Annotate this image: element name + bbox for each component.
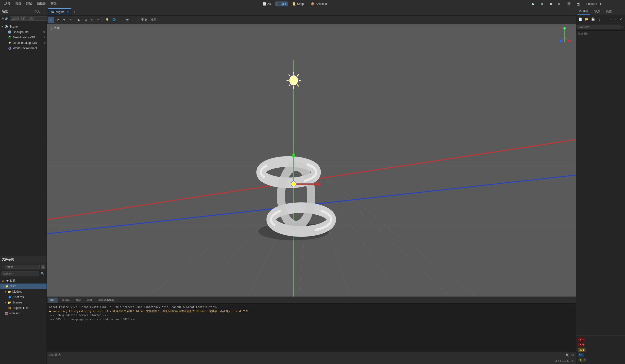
vp-transform-mode-btn[interactable]: ⊞ (76, 17, 82, 23)
console-tab-output[interactable]: 输出 (48, 298, 58, 303)
mode-2d-icon: ⬜ (263, 2, 266, 6)
tree-eye-background[interactable]: 👁 (43, 30, 46, 33)
filesystem-panel: 文件系统 ⋮ ‹ › res:// ⊞ 🔍 ⊡ ★ ★ 收藏： (0, 256, 47, 364)
viewport-menu-icon[interactable]: ⋮ (50, 27, 53, 30)
camera-button[interactable]: 📷 (575, 1, 582, 6)
vp-rotate-btn[interactable]: ↺ (61, 17, 67, 23)
mode-3d-button[interactable]: ⬛ 3D (276, 1, 288, 6)
tab-close-original[interactable]: ✕ (67, 11, 69, 13)
tree-arrow-scene: ▼ (1, 25, 4, 28)
inspector-open-icon[interactable]: 📂 (584, 17, 589, 22)
vp-select-btn[interactable]: ↖ (48, 17, 54, 23)
vp-more-btn[interactable]: ⋮ (131, 17, 137, 23)
inspector-new-icon[interactable]: 📄 (577, 17, 583, 22)
tree-eye-mesh[interactable]: 👁 (43, 36, 46, 39)
fs-item-original-tscn[interactable]: 🎭 original.tscn (0, 305, 47, 310)
axis-gizmo: Y (559, 27, 571, 44)
badge-row-warns: ⚠ 1 (578, 348, 623, 352)
console-tab-animation[interactable]: 动画 (85, 298, 95, 303)
badge-infos-display[interactable]: ℹ 1 (578, 353, 584, 357)
scene-link-icon: 🔗 (5, 17, 9, 20)
tree-icon-light (8, 41, 12, 45)
inspector-filter-input[interactable] (577, 25, 621, 29)
fs-item-scenes[interactable]: ▼ 📁 Scenes (0, 300, 47, 305)
left-panel: 场景 导入 ⋮ ⊕ 🔗 🔍 ⋮ ▼ (0, 8, 47, 364)
fs-star-icon: ★ (1, 279, 5, 283)
menu-scene[interactable]: 场景 (2, 1, 13, 7)
tab-add-button[interactable]: + (72, 9, 77, 15)
filesystem-menu-icon[interactable]: ⋮ (42, 258, 45, 261)
editor-tabs: 🎭 original ✕ + (47, 8, 576, 16)
vp-rotate2-btn[interactable]: ↻ (89, 17, 95, 23)
inspector-back-btn[interactable]: ‹ (610, 17, 613, 22)
tree-item-light[interactable]: DirectionalLight3D 👁 (0, 40, 47, 46)
fs-item-models[interactable]: ▼ 📁 Models (0, 289, 47, 294)
tree-eye-light[interactable]: 👁 (43, 41, 46, 44)
import-label[interactable]: 导入 (34, 9, 40, 14)
tree-item-meshinstance[interactable]: MeshInstance3D 👁 (0, 35, 47, 40)
tab-original[interactable]: 🎭 original ✕ (48, 8, 72, 15)
console-options-icon[interactable]: ⊟ (571, 353, 574, 357)
vp-camera-btn[interactable]: 📷 (124, 17, 130, 23)
menu-editor[interactable]: 编辑器 (34, 1, 48, 7)
fs-search-icon[interactable]: 🔍 (41, 272, 45, 275)
viewport-3d[interactable]: ⋮ 透视 Y (47, 24, 576, 297)
inspector-tab-inspector[interactable]: 检查器 (577, 8, 590, 15)
scene-panel-menu-icon[interactable]: ⋮ (42, 10, 45, 13)
renderer-dropdown[interactable]: Forward+▾ (584, 1, 603, 6)
stop-button[interactable]: ⏹ (547, 1, 554, 6)
badge-errors-display[interactable]: ✕ 0 (578, 343, 585, 346)
badge-debugs-display[interactable]: 🐛 2 (578, 358, 587, 362)
vp-mirror-btn[interactable]: ⇔ (95, 17, 101, 23)
inspector-expand-icon[interactable]: ⤢ (618, 17, 624, 22)
vp-view-label[interactable]: 视图 (149, 18, 158, 22)
settings-icon[interactable]: ⚙ (571, 360, 574, 363)
step-button[interactable]: ⏭ (556, 1, 563, 6)
tree-label-meshinstance: MeshInstance3D (13, 36, 43, 39)
console-tab-audio[interactable]: 音频 (73, 298, 84, 303)
inspector-tab-nodes[interactable]: 节点 (592, 9, 602, 14)
vp-env-btn[interactable]: 🌐 (111, 17, 117, 23)
assetlib-label: AssetLib (315, 2, 327, 6)
inspector-forward-btn[interactable]: › (614, 17, 617, 22)
fs-item-res[interactable]: ▼ 📁 res:// (0, 283, 47, 289)
fs-filter-input[interactable] (1, 272, 39, 276)
vp-scale-btn[interactable]: ⤡ (67, 17, 73, 23)
badge-errors-count[interactable]: ✕ 1 (578, 338, 585, 341)
play-button[interactable]: ▶ (531, 1, 536, 6)
scene-filter-input[interactable] (10, 16, 47, 21)
tree-item-scene[interactable]: ▼ Scene (0, 24, 47, 29)
tree-item-background[interactable]: Background 👁 (0, 29, 47, 35)
menu-debug[interactable]: 调试 (24, 1, 34, 7)
fs-item-knotres[interactable]: 🔷 Knot.res (0, 294, 47, 300)
fs-forward-btn[interactable]: › (3, 265, 4, 269)
vp-transform-label[interactable]: 变换 (140, 18, 149, 22)
console-tab-shader[interactable]: 着色器编辑器 (96, 298, 117, 303)
inspector-nav: ‹ › (610, 17, 617, 22)
menu-project[interactable]: 项目 (13, 1, 24, 7)
console-tab-debugger[interactable]: 调试器 (59, 298, 72, 303)
badge-warnings-display[interactable]: ⚠ 1 (578, 348, 586, 352)
pause-button[interactable]: ⏸ (538, 1, 545, 6)
menu-help[interactable]: 帮助 (48, 1, 59, 7)
inspector-tabs: 检查器 节点 历史 (576, 8, 625, 15)
vp-light-btn[interactable]: 💡 (104, 17, 110, 23)
svg-text:Y: Y (564, 27, 565, 29)
inspector-save-icon[interactable]: 💾 (590, 17, 596, 22)
vp-move-btn[interactable]: ✥ (55, 17, 61, 23)
inspector-more-icon[interactable]: ⋮ (597, 17, 602, 22)
console-line-2: --- Debug adapter server started --- (49, 313, 573, 317)
fs-item-icon-svg[interactable]: 🖼 icon.svg (0, 310, 47, 316)
console-search-icon[interactable]: 🔍 (566, 353, 569, 357)
vp-snap-btn[interactable]: ⊟ (83, 17, 89, 23)
movie-button[interactable]: 🎬 (565, 1, 573, 6)
script-button[interactable]: 📜 Script (290, 1, 307, 6)
inspector-sort-icon[interactable]: ↕ (622, 25, 624, 28)
tree-item-worldenv[interactable]: WorldEnvironment (0, 46, 47, 51)
fs-back-btn[interactable]: ‹ (1, 265, 2, 269)
assetlib-button[interactable]: 📦 AssetLib (309, 1, 329, 6)
mode-2d-button[interactable]: ⬜ 2D (261, 1, 273, 6)
vp-grid-btn[interactable]: ⊹ (118, 17, 124, 23)
fs-grid-btn[interactable]: ⊞ (41, 265, 45, 269)
inspector-tab-history[interactable]: 历史 (604, 9, 614, 14)
